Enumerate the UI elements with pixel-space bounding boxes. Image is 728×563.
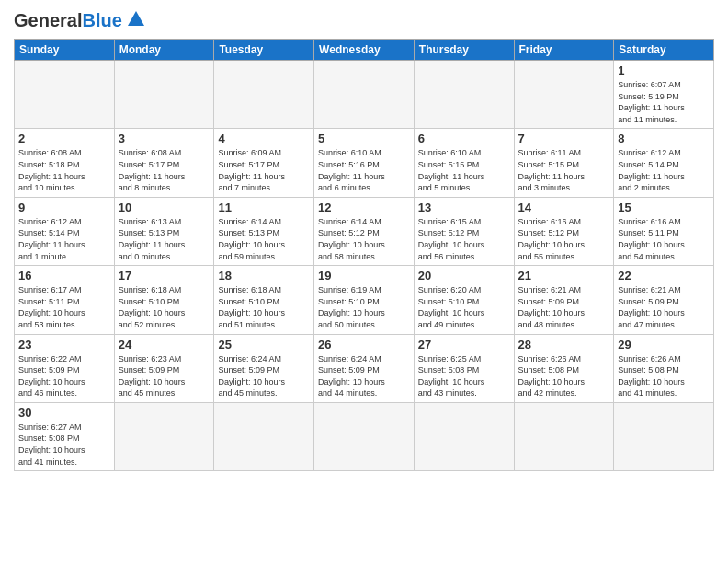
day-number: 10 xyxy=(119,201,210,214)
calendar-cell xyxy=(614,402,714,470)
logo: General Blue xyxy=(14,9,146,31)
weekday-header-sunday: Sunday xyxy=(15,40,115,61)
day-number: 29 xyxy=(618,338,710,351)
day-number: 22 xyxy=(618,269,710,282)
calendar-cell: 26Sunrise: 6:24 AMSunset: 5:09 PMDayligh… xyxy=(314,334,415,402)
logo-icon-triangle xyxy=(126,9,146,29)
day-number: 18 xyxy=(218,269,310,282)
calendar-cell xyxy=(214,402,314,470)
day-number: 4 xyxy=(218,132,310,145)
day-number: 27 xyxy=(418,338,510,351)
day-number: 24 xyxy=(119,338,210,351)
calendar-cell: 17Sunrise: 6:18 AMSunset: 5:10 PMDayligh… xyxy=(114,266,214,334)
day-number: 15 xyxy=(618,201,710,214)
day-info: Sunrise: 6:11 AMSunset: 5:15 PMDaylight:… xyxy=(518,147,610,193)
calendar-cell: 21Sunrise: 6:21 AMSunset: 5:09 PMDayligh… xyxy=(514,266,614,334)
day-info: Sunrise: 6:10 AMSunset: 5:16 PMDaylight:… xyxy=(318,147,410,193)
day-info: Sunrise: 6:08 AMSunset: 5:18 PMDaylight:… xyxy=(18,147,110,193)
day-number: 30 xyxy=(18,406,110,419)
day-info: Sunrise: 6:18 AMSunset: 5:10 PMDaylight:… xyxy=(218,284,310,330)
calendar-cell xyxy=(314,61,415,129)
calendar-cell: 4Sunrise: 6:09 AMSunset: 5:17 PMDaylight… xyxy=(214,129,314,197)
calendar-cell: 28Sunrise: 6:26 AMSunset: 5:08 PMDayligh… xyxy=(514,334,614,402)
calendar-cell: 19Sunrise: 6:19 AMSunset: 5:10 PMDayligh… xyxy=(314,266,415,334)
calendar-cell: 9Sunrise: 6:12 AMSunset: 5:14 PMDaylight… xyxy=(15,197,115,265)
calendar-cell: 3Sunrise: 6:08 AMSunset: 5:17 PMDaylight… xyxy=(114,129,214,197)
week-row-2: 2Sunrise: 6:08 AMSunset: 5:18 PMDaylight… xyxy=(15,129,714,197)
logo-text: General xyxy=(14,10,82,31)
calendar-cell xyxy=(514,61,614,129)
day-info: Sunrise: 6:09 AMSunset: 5:17 PMDaylight:… xyxy=(218,147,310,193)
day-number: 26 xyxy=(318,338,410,351)
calendar-cell: 23Sunrise: 6:22 AMSunset: 5:09 PMDayligh… xyxy=(15,334,115,402)
day-info: Sunrise: 6:27 AMSunset: 5:08 PMDaylight:… xyxy=(18,421,110,467)
day-info: Sunrise: 6:08 AMSunset: 5:17 PMDaylight:… xyxy=(119,147,210,193)
calendar-cell: 12Sunrise: 6:14 AMSunset: 5:12 PMDayligh… xyxy=(314,197,415,265)
calendar-cell: 15Sunrise: 6:16 AMSunset: 5:11 PMDayligh… xyxy=(614,197,714,265)
calendar-cell: 24Sunrise: 6:23 AMSunset: 5:09 PMDayligh… xyxy=(114,334,214,402)
calendar-cell xyxy=(414,61,514,129)
calendar-cell: 16Sunrise: 6:17 AMSunset: 5:11 PMDayligh… xyxy=(15,266,115,334)
day-info: Sunrise: 6:13 AMSunset: 5:13 PMDaylight:… xyxy=(119,216,210,262)
calendar-cell xyxy=(314,402,415,470)
day-info: Sunrise: 6:15 AMSunset: 5:12 PMDaylight:… xyxy=(418,216,510,262)
week-row-5: 23Sunrise: 6:22 AMSunset: 5:09 PMDayligh… xyxy=(15,334,714,402)
calendar-cell xyxy=(414,402,514,470)
calendar-cell: 2Sunrise: 6:08 AMSunset: 5:18 PMDaylight… xyxy=(15,129,115,197)
day-info: Sunrise: 6:20 AMSunset: 5:10 PMDaylight:… xyxy=(418,284,510,330)
calendar-table: SundayMondayTuesdayWednesdayThursdayFrid… xyxy=(14,39,714,471)
page: General Blue SundayMondayTuesdayWednesda… xyxy=(0,0,728,563)
day-info: Sunrise: 6:22 AMSunset: 5:09 PMDaylight:… xyxy=(18,353,110,399)
calendar-cell: 7Sunrise: 6:11 AMSunset: 5:15 PMDaylight… xyxy=(514,129,614,197)
logo-blue-text: Blue xyxy=(82,10,121,31)
logo-area: General Blue xyxy=(14,9,146,31)
day-info: Sunrise: 6:12 AMSunset: 5:14 PMDaylight:… xyxy=(618,147,710,193)
day-number: 21 xyxy=(518,269,610,282)
day-info: Sunrise: 6:16 AMSunset: 5:12 PMDaylight:… xyxy=(518,216,610,262)
day-number: 12 xyxy=(318,201,410,214)
calendar-cell: 22Sunrise: 6:21 AMSunset: 5:09 PMDayligh… xyxy=(614,266,714,334)
calendar-cell xyxy=(114,402,214,470)
svg-marker-0 xyxy=(128,11,144,26)
calendar-cell: 11Sunrise: 6:14 AMSunset: 5:13 PMDayligh… xyxy=(214,197,314,265)
calendar-cell: 13Sunrise: 6:15 AMSunset: 5:12 PMDayligh… xyxy=(414,197,514,265)
day-info: Sunrise: 6:24 AMSunset: 5:09 PMDaylight:… xyxy=(218,353,310,399)
day-info: Sunrise: 6:07 AMSunset: 5:19 PMDaylight:… xyxy=(618,79,710,125)
day-info: Sunrise: 6:26 AMSunset: 5:08 PMDaylight:… xyxy=(518,353,610,399)
calendar-cell: 29Sunrise: 6:26 AMSunset: 5:08 PMDayligh… xyxy=(614,334,714,402)
day-number: 8 xyxy=(618,132,710,145)
weekday-header-tuesday: Tuesday xyxy=(214,40,314,61)
calendar-cell: 8Sunrise: 6:12 AMSunset: 5:14 PMDaylight… xyxy=(614,129,714,197)
day-info: Sunrise: 6:21 AMSunset: 5:09 PMDaylight:… xyxy=(518,284,610,330)
calendar-cell: 27Sunrise: 6:25 AMSunset: 5:08 PMDayligh… xyxy=(414,334,514,402)
day-number: 2 xyxy=(18,132,110,145)
calendar-cell: 20Sunrise: 6:20 AMSunset: 5:10 PMDayligh… xyxy=(414,266,514,334)
weekday-header-monday: Monday xyxy=(114,40,214,61)
weekday-header-row: SundayMondayTuesdayWednesdayThursdayFrid… xyxy=(15,40,714,61)
day-info: Sunrise: 6:19 AMSunset: 5:10 PMDaylight:… xyxy=(318,284,410,330)
calendar-cell: 25Sunrise: 6:24 AMSunset: 5:09 PMDayligh… xyxy=(214,334,314,402)
week-row-6: 30Sunrise: 6:27 AMSunset: 5:08 PMDayligh… xyxy=(15,402,714,470)
day-number: 20 xyxy=(418,269,510,282)
calendar-cell xyxy=(15,61,115,129)
day-info: Sunrise: 6:14 AMSunset: 5:13 PMDaylight:… xyxy=(218,216,310,262)
header: General Blue xyxy=(14,9,714,31)
day-info: Sunrise: 6:16 AMSunset: 5:11 PMDaylight:… xyxy=(618,216,710,262)
day-info: Sunrise: 6:25 AMSunset: 5:08 PMDaylight:… xyxy=(418,353,510,399)
day-number: 19 xyxy=(318,269,410,282)
weekday-header-saturday: Saturday xyxy=(614,40,714,61)
week-row-1: 1Sunrise: 6:07 AMSunset: 5:19 PMDaylight… xyxy=(15,61,714,129)
calendar-cell: 10Sunrise: 6:13 AMSunset: 5:13 PMDayligh… xyxy=(114,197,214,265)
weekday-header-thursday: Thursday xyxy=(414,40,514,61)
day-number: 1 xyxy=(618,63,710,77)
day-info: Sunrise: 6:10 AMSunset: 5:15 PMDaylight:… xyxy=(418,147,510,193)
day-number: 25 xyxy=(218,338,310,351)
calendar-cell: 1Sunrise: 6:07 AMSunset: 5:19 PMDaylight… xyxy=(614,61,714,129)
calendar-cell: 14Sunrise: 6:16 AMSunset: 5:12 PMDayligh… xyxy=(514,197,614,265)
weekday-header-friday: Friday xyxy=(514,40,614,61)
day-number: 17 xyxy=(119,269,210,282)
day-info: Sunrise: 6:12 AMSunset: 5:14 PMDaylight:… xyxy=(18,216,110,262)
week-row-4: 16Sunrise: 6:17 AMSunset: 5:11 PMDayligh… xyxy=(15,266,714,334)
calendar-cell: 30Sunrise: 6:27 AMSunset: 5:08 PMDayligh… xyxy=(15,402,115,470)
calendar-cell: 6Sunrise: 6:10 AMSunset: 5:15 PMDaylight… xyxy=(414,129,514,197)
